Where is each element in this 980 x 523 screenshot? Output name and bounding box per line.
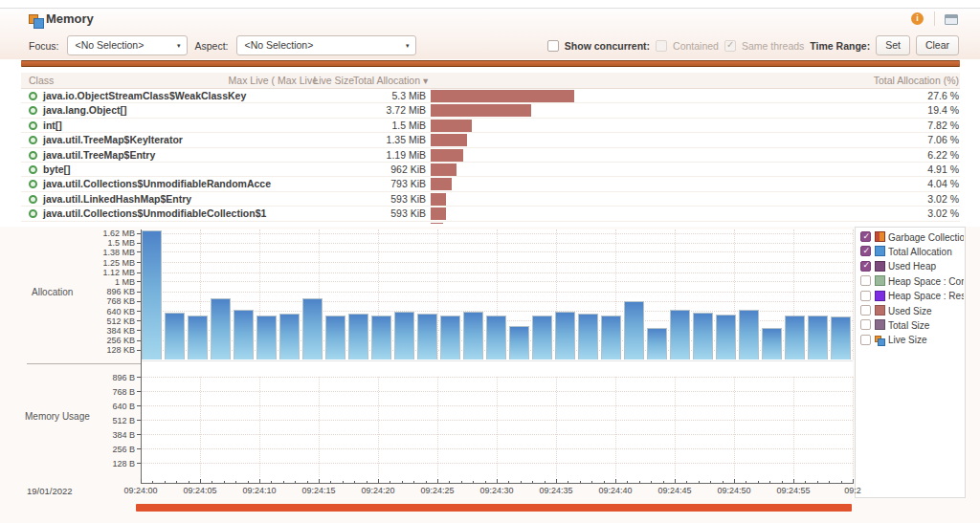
allocation-data-bar[interactable] — [555, 312, 575, 360]
show-concurrent-checkbox[interactable] — [547, 40, 559, 52]
allocation-data-bar[interactable] — [601, 316, 621, 360]
y-axis-label: 512 B — [57, 416, 135, 425]
y-axis-label: 1.25 MB — [57, 258, 135, 268]
legend-checkbox-used-size[interactable] — [860, 305, 871, 316]
x-axis-minor-tick — [651, 481, 652, 483]
allocation-data-bar[interactable] — [693, 313, 713, 360]
allocation-data-bar[interactable] — [165, 313, 185, 360]
focus-label: Focus: — [29, 40, 59, 52]
allocation-data-bar[interactable] — [256, 316, 277, 360]
table-row[interactable]: byte[]962 KiB4.91 % — [21, 163, 960, 177]
class-name: int[] — [43, 120, 62, 131]
allocation-data-bar[interactable] — [302, 298, 323, 360]
table-row[interactable]: java.util.Collections$UnmodifiableRandom… — [21, 177, 960, 191]
legend-label: Live Size — [888, 335, 964, 345]
y-axis-label: 1 MB — [57, 277, 135, 287]
class-icon — [29, 165, 37, 174]
same-threads-label: Same threads — [742, 40, 804, 52]
column-header-total-allocation-pct[interactable]: Total Allocation (%) — [815, 75, 959, 86]
sort-desc-icon[interactable]: ▾ — [423, 75, 433, 86]
legend-checkbox-total-allocation[interactable] — [860, 246, 871, 256]
allocation-data-bar[interactable] — [808, 316, 828, 360]
allocation-data-bar[interactable] — [509, 326, 529, 360]
table-row[interactable]: java.util.TreeMap$KeyIterator1.35 MiB7.0… — [21, 133, 960, 147]
focus-value: <No Selection> — [76, 39, 145, 51]
used-heap-swatch-icon — [875, 261, 885, 272]
allocation-data-bar[interactable] — [716, 315, 736, 360]
y-axis-label: 896 KB — [57, 287, 135, 296]
aspect-select[interactable]: <No Selection> ▾ — [236, 35, 416, 55]
x-axis-major-tick — [319, 479, 320, 483]
allocation-data-bar[interactable] — [739, 310, 759, 360]
table-row[interactable]: int[]1.5 MiB7.82 % — [21, 119, 960, 133]
column-header-class[interactable]: Class — [29, 75, 54, 86]
table-row[interactable]: java.util.Collections$UnmodifiableCollec… — [21, 207, 960, 221]
class-icon — [29, 180, 37, 188]
allocation-data-bar[interactable] — [371, 316, 391, 360]
toolbar-separator — [934, 11, 935, 26]
total-allocation-percent: 27.6 % — [861, 90, 959, 101]
allocation-data-bar[interactable] — [325, 316, 345, 360]
legend-checkbox-live-size[interactable] — [860, 335, 871, 345]
allocation-data-bar[interactable] — [142, 230, 162, 360]
allocation-data-bar[interactable] — [486, 316, 506, 360]
allocation-data-bar[interactable] — [440, 316, 460, 360]
x-axis-minor-tick — [224, 481, 225, 483]
allocation-data-bar[interactable] — [394, 312, 414, 360]
aspect-label: Aspect: — [195, 40, 229, 52]
focus-select[interactable]: <No Selection> ▾ — [67, 35, 188, 55]
allocation-data-bar[interactable] — [234, 310, 254, 360]
allocation-data-bar[interactable] — [417, 314, 437, 360]
total-allocation-percent: 7.82 % — [861, 120, 959, 131]
x-axis-minor-tick — [782, 481, 783, 483]
x-axis-major-tick — [734, 479, 735, 483]
column-header-total-allocation[interactable]: Total Allocation — [296, 75, 420, 86]
allocation-data-bar[interactable] — [785, 316, 805, 360]
allocation-data-bar[interactable] — [578, 314, 598, 360]
allocation-data-bar[interactable] — [211, 298, 231, 360]
legend-checkbox-total-size[interactable] — [860, 319, 871, 330]
allocation-data-bar[interactable] — [647, 328, 667, 360]
table-row[interactable]: java.util.TreeMap$Entry1.19 MiB6.22 % — [21, 148, 960, 163]
class-icon — [29, 92, 37, 100]
gridline — [675, 377, 676, 477]
class-name: java.util.HashMap$Node — [43, 223, 159, 224]
class-table: java.io.ObjectStreamClass$WeakClassKey5.… — [0, 89, 980, 224]
y-axis-label: 256 B — [57, 445, 135, 454]
aspect-value: <No Selection> — [245, 39, 314, 51]
legend-label: Total Allocation — [888, 247, 964, 257]
table-row[interactable]: java.util.HashMap$Node467 KiB2.38 % — [21, 222, 960, 224]
table-row[interactable]: java.util.LinkedHashMap$Entry593 KiB3.02… — [21, 192, 960, 207]
class-icon — [29, 121, 37, 130]
sash-divider[interactable] — [21, 60, 960, 67]
time-range-indicator[interactable] — [136, 504, 852, 512]
total-allocation-value: 593 KiB — [292, 193, 426, 205]
allocation-data-bar[interactable] — [188, 316, 208, 360]
total-allocation-bar — [431, 90, 574, 102]
x-axis-label: 09:24:20 — [361, 486, 394, 495]
gridline — [734, 377, 735, 477]
total-allocation-percent: 19.4 % — [861, 104, 959, 116]
table-row[interactable]: java.io.ObjectStreamClass$WeakClassKey5.… — [21, 89, 960, 103]
allocation-data-bar[interactable] — [463, 312, 483, 360]
info-icon[interactable]: i — [911, 12, 924, 25]
legend-label: Total Size — [888, 320, 964, 331]
allocation-data-bar[interactable] — [279, 314, 300, 360]
class-name: java.util.TreeMap$KeyIterator — [43, 134, 183, 145]
allocation-data-bar[interactable] — [762, 328, 782, 360]
allocation-data-bar[interactable] — [670, 310, 690, 360]
legend-checkbox-used-heap[interactable] — [860, 261, 871, 272]
show-concurrent-label: Show concurrent: — [565, 40, 650, 52]
clear-button[interactable]: Clear — [916, 35, 959, 55]
allocation-data-bar[interactable] — [348, 314, 368, 360]
screenshot-icon[interactable] — [945, 14, 958, 25]
legend-checkbox-garbage-collection[interactable] — [860, 231, 871, 242]
legend-checkbox-heap-committed[interactable] — [860, 275, 871, 286]
allocation-data-bar[interactable] — [831, 316, 851, 360]
allocation-data-bar[interactable] — [532, 316, 552, 360]
table-row[interactable]: java.lang.Object[]3.72 MiB19.4 % — [21, 103, 960, 118]
set-button[interactable]: Set — [876, 35, 910, 55]
allocation-data-bar[interactable] — [624, 301, 644, 360]
legend-checkbox-heap-reserved[interactable] — [860, 291, 871, 301]
x-axis — [141, 483, 854, 484]
